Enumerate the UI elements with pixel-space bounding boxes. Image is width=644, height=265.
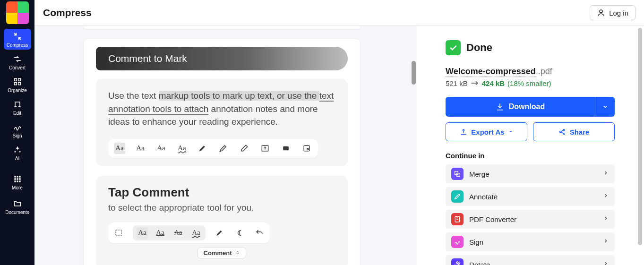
sidebar-item-more[interactable]: More xyxy=(4,171,31,192)
squiggly-tool-icon[interactable]: Aa xyxy=(176,143,188,154)
tap-comment-card: Tap Comment to select the appropriate to… xyxy=(96,176,348,265)
sidebar: Compress Convert Organize Edit Sign xyxy=(0,0,34,265)
download-button[interactable]: Download xyxy=(446,97,595,117)
squiggly-tool-icon[interactable]: Aa xyxy=(190,227,202,239)
sidebar-item-label: Documents xyxy=(5,210,29,215)
preview-pane: Comment to Mark Use the text markup tool… xyxy=(34,26,416,265)
sidebar-item-sign[interactable]: Sign xyxy=(4,120,31,140)
svg-rect-15 xyxy=(283,146,289,150)
svg-rect-9 xyxy=(19,178,20,180)
result-scrollbar[interactable] xyxy=(638,28,642,245)
textbox-tool-icon[interactable] xyxy=(259,143,271,154)
caret-down-icon xyxy=(508,129,513,134)
app-logo[interactable] xyxy=(6,1,29,24)
chevron-down-icon xyxy=(602,103,609,110)
user-icon xyxy=(597,9,605,17)
export-icon xyxy=(460,128,467,136)
comment-dropdown[interactable]: Comment xyxy=(197,247,247,259)
sidebar-item-convert[interactable]: Convert xyxy=(4,51,31,72)
eraser-tool-icon[interactable] xyxy=(239,143,250,154)
organize-icon xyxy=(13,77,22,86)
ai-icon xyxy=(13,145,22,154)
svg-rect-2 xyxy=(14,83,17,85)
merge-icon xyxy=(451,168,464,180)
sign-tool-icon xyxy=(451,236,464,248)
sizes-row: 521 kB 424 kB (18% smaller) xyxy=(446,79,615,87)
strikethrough-tool-icon[interactable]: Aa xyxy=(172,227,184,239)
highlight-tool-icon[interactable]: Aa xyxy=(137,227,148,239)
updown-icon xyxy=(235,250,240,255)
login-button[interactable]: Log in xyxy=(590,5,635,20)
tap-title: Tap Comment xyxy=(108,185,335,200)
preview-body-card: Use the text markup tools to mark up tex… xyxy=(96,79,348,166)
sidebar-item-compress[interactable]: Compress xyxy=(4,29,31,50)
export-label: Export As xyxy=(471,128,504,136)
page-title: Compress xyxy=(43,7,92,18)
chevron-right-icon xyxy=(602,215,609,223)
highlight-tool-icon[interactable]: Aa xyxy=(114,143,125,154)
markup-toolbar: Aa Aa Aa Aa xyxy=(108,139,318,158)
preview-section-title: Comment to Mark xyxy=(108,53,187,64)
preview-page: Comment to Mark Use the text markup tool… xyxy=(84,39,360,265)
share-button[interactable]: Share xyxy=(533,122,615,141)
sidebar-item-ai[interactable]: AI xyxy=(4,142,31,163)
compress-icon xyxy=(13,32,22,41)
continue-label: Merge xyxy=(469,170,597,178)
underline-tool-icon[interactable]: Aa xyxy=(135,143,146,154)
svg-rect-18 xyxy=(116,230,121,236)
undo-tool-icon[interactable] xyxy=(254,227,265,239)
moon-tool-icon[interactable] xyxy=(234,227,245,239)
annotate-icon xyxy=(451,190,464,203)
filename[interactable]: Welcome-compressed xyxy=(446,67,536,77)
sidebar-item-edit[interactable]: Edit xyxy=(4,97,31,118)
continue-item-sign[interactable]: Sign xyxy=(446,232,615,251)
select-tool-icon[interactable] xyxy=(113,227,124,239)
svg-point-17 xyxy=(307,148,309,150)
svg-rect-5 xyxy=(17,176,18,177)
done-row: Done xyxy=(446,40,615,55)
download-caret-button[interactable] xyxy=(595,97,615,117)
export-as-button[interactable]: Export As xyxy=(446,122,527,141)
continue-heading: Continue in xyxy=(446,152,615,160)
marker-tool-icon[interactable] xyxy=(197,143,208,154)
percent-smaller: (18% smaller) xyxy=(507,79,551,87)
continue-item-pdf-converter[interactable]: PDF Converter xyxy=(446,210,615,229)
underline-tool-icon[interactable]: Aa xyxy=(155,227,166,239)
comment-label: Comment xyxy=(204,249,232,256)
svg-rect-1 xyxy=(18,78,20,81)
done-label: Done xyxy=(466,42,492,54)
sidebar-item-organize[interactable]: Organize xyxy=(4,74,31,95)
sidebar-item-label: More xyxy=(12,185,23,190)
more-icon xyxy=(13,174,22,184)
strikethrough-tool-icon[interactable]: Aa xyxy=(155,143,167,154)
chevron-right-icon xyxy=(602,260,609,265)
continue-item-merge[interactable]: Merge xyxy=(446,164,615,183)
continue-label: PDF Converter xyxy=(469,215,597,223)
continue-label: Rotate xyxy=(469,261,597,265)
sidebar-item-documents[interactable]: Documents xyxy=(4,196,31,217)
sidebar-item-label: Convert xyxy=(9,65,26,70)
documents-icon xyxy=(13,199,22,208)
chevron-right-icon xyxy=(602,170,609,178)
svg-point-13 xyxy=(600,10,602,13)
preview-scrollbar[interactable] xyxy=(412,61,416,85)
marker-tool-icon[interactable] xyxy=(214,227,225,239)
continue-label: Sign xyxy=(469,238,597,246)
header: Compress Log in xyxy=(34,0,644,26)
svg-rect-8 xyxy=(17,178,18,180)
svg-rect-4 xyxy=(14,176,16,177)
svg-rect-3 xyxy=(18,83,20,85)
share-icon xyxy=(558,128,566,136)
convert-icon xyxy=(13,54,22,64)
tap-subtitle: to select the appropriate tool for you. xyxy=(108,203,335,213)
tap-toolbar: Aa Aa Aa Aa xyxy=(108,222,270,243)
preview-body-text: Use the text markup tools to mark up tex… xyxy=(108,89,335,128)
sidebar-item-label: Compress xyxy=(7,43,28,48)
download-icon xyxy=(496,103,504,111)
stamp-tool-icon[interactable] xyxy=(301,143,312,154)
marker2-tool-icon[interactable] xyxy=(218,143,229,154)
continue-item-rotate[interactable]: Rotate xyxy=(446,255,615,265)
chevron-right-icon xyxy=(602,192,609,201)
continue-item-annotate[interactable]: Annotate xyxy=(446,187,615,206)
note-tool-icon[interactable] xyxy=(280,143,292,154)
